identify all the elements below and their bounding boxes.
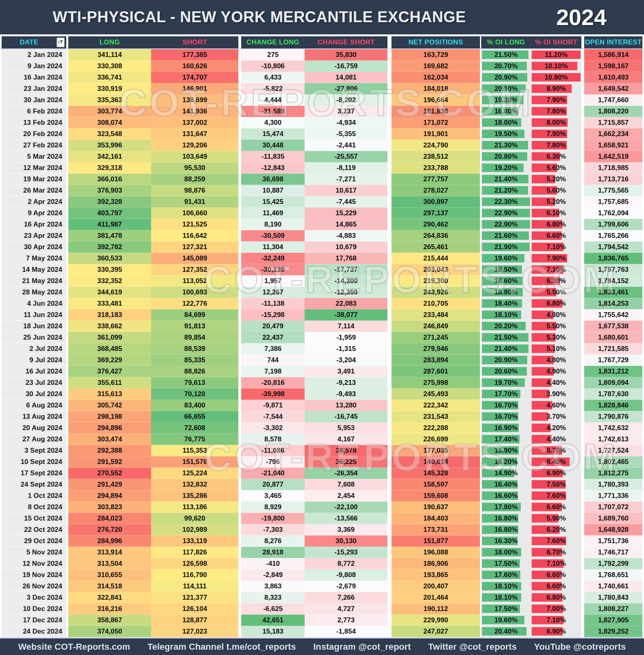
- column-gap: [387, 581, 391, 592]
- column-gap: [387, 569, 391, 581]
- cell-long: 332,352: [68, 275, 151, 287]
- cell-change-long: 15,474: [241, 128, 305, 140]
- column-gap: [238, 49, 241, 61]
- cell-date: 15 Oct 2024: [2, 513, 66, 524]
- cell-oi-long: 14.90%: [481, 468, 531, 479]
- cell-net-positions: 271,245: [391, 332, 480, 343]
- cell-short: 127,352: [151, 264, 238, 275]
- cell-net-positions: 196,088: [391, 547, 480, 558]
- cell-oi-long: 21.50%: [481, 49, 531, 61]
- cell-oi-long: 17.40%: [481, 434, 531, 445]
- filter-button[interactable]: [57, 38, 65, 47]
- cell-long: 291,592: [68, 456, 151, 468]
- column-gap: [581, 456, 584, 468]
- cell-date: 13 Feb 2024: [2, 117, 66, 128]
- cell-change-short: -27,806: [305, 83, 387, 94]
- column-gap: [387, 162, 391, 174]
- column-gap: [238, 196, 241, 208]
- cell-oi-short: 5.10%: [531, 343, 581, 355]
- cell-long: 381,478: [68, 230, 151, 241]
- cell-oi-short: 8.40%: [531, 456, 581, 468]
- cell-open-interest: 1,780,393: [584, 479, 642, 490]
- column-gap: [387, 355, 391, 366]
- table-row: 4 Jun 2024333,481122,776-11,13822,083210…: [0, 298, 644, 309]
- cell-oi-short: 5.20%: [531, 196, 581, 208]
- column-gap: [581, 208, 584, 219]
- column-gap: [581, 355, 584, 366]
- column-gap: [238, 400, 241, 411]
- column-gap: [387, 83, 391, 94]
- column-gap: [238, 366, 241, 377]
- cell-oi-short: 6.60%: [531, 581, 581, 592]
- cell-net-positions: 169,682: [391, 61, 480, 72]
- cell-net-positions: 193,865: [391, 569, 480, 581]
- cell-oi-long: 16.80%: [481, 513, 531, 524]
- cell-oi-short: 7.10%: [531, 264, 581, 275]
- footer-instagram[interactable]: Instagram @cot_report: [313, 642, 411, 652]
- cell-long: 303,774: [68, 106, 151, 117]
- cell-date: 17 Dec 2024: [2, 615, 66, 626]
- cell-short: 113,052: [151, 275, 238, 287]
- cell-oi-short: 6.80%: [531, 298, 581, 309]
- table-row: 29 Oct 2024284,996133,1198,27630,130151,…: [0, 535, 644, 547]
- column-gap: [581, 185, 584, 196]
- cell-short: 95,530: [151, 162, 238, 174]
- cell-long: 284,023: [68, 513, 151, 524]
- column-header-change-short: CHANGE SHORT: [305, 36, 387, 48]
- cell-short: 114,111: [151, 581, 238, 592]
- cell-oi-long: 17.80%: [481, 502, 531, 513]
- cell-oi-long: 21.20%: [481, 185, 531, 196]
- column-gap: [581, 535, 584, 547]
- cell-date: 12 Nov 2024: [2, 558, 66, 569]
- column-gap: [387, 626, 391, 637]
- table-row: 30 Jul 2024315,61370,120-39,998-9,493245…: [0, 388, 644, 400]
- cell-change-short: -25,557: [305, 151, 387, 162]
- cell-date: 27 Aug 2024: [2, 434, 66, 445]
- cell-long: 313,504: [68, 558, 151, 569]
- table-row: 13 Feb 2024308,074137,0024,300-4,934171,…: [0, 117, 644, 128]
- footer-website[interactable]: Website COT-Reports.com: [18, 642, 130, 652]
- table-row: 30 Jan 2024335,363138,6994,444-8,202196,…: [0, 94, 644, 106]
- column-gap: [581, 321, 584, 332]
- cell-change-short: -8,202: [305, 94, 387, 106]
- column-gap: [581, 388, 584, 400]
- cell-oi-short: 6.60%: [531, 569, 581, 581]
- footer-twitter[interactable]: Twitter @cot_reports: [428, 642, 517, 652]
- cell-open-interest: 1,658,921: [584, 140, 642, 151]
- cell-short: 122,776: [151, 298, 238, 309]
- footer-youtube[interactable]: YouTube @cotreports: [534, 642, 626, 652]
- column-gap: [387, 490, 391, 502]
- table-row: 14 May 2024330,395127,352-30,138-17,7372…: [0, 264, 644, 275]
- column-gap: [581, 558, 584, 569]
- cell-long: 329,318: [68, 162, 151, 174]
- column-gap: [581, 106, 584, 117]
- cell-change-short: 3,369: [305, 524, 387, 535]
- cell-change-long: 7,198: [241, 366, 305, 377]
- cell-oi-short: 5.60%: [531, 185, 581, 196]
- cell-oi-short: 5.50%: [531, 321, 581, 332]
- cell-short: 125,224: [151, 468, 238, 479]
- column-gap: [581, 479, 584, 490]
- column-header-long: LONG: [68, 36, 151, 48]
- cell-oi-long: 18.10%: [481, 309, 531, 321]
- column-gap: [387, 388, 391, 400]
- cell-oi-long: 21.40%: [481, 343, 531, 355]
- footer-telegram[interactable]: Telegram Channel t.me/cot_reports: [147, 642, 296, 652]
- cell-change-long: 7,386: [241, 343, 305, 355]
- column-gap: [387, 61, 391, 72]
- column-gap: [387, 456, 391, 468]
- cell-net-positions: 222,288: [391, 422, 480, 434]
- cell-net-positions: 186,906: [391, 558, 480, 569]
- cell-oi-long: 20.80%: [481, 151, 531, 162]
- column-gap: [238, 445, 241, 456]
- cell-date: 10 Dec 2024: [2, 603, 66, 615]
- cell-short: 128,877: [151, 615, 238, 626]
- cell-change-long: 22,437: [241, 332, 305, 343]
- cell-open-interest: 1,662,234: [584, 128, 642, 140]
- column-gap: [238, 490, 241, 502]
- cell-change-long: -12,843: [241, 162, 305, 174]
- cell-open-interest: 1,836,765: [584, 253, 642, 264]
- cell-oi-long: 16.90%: [481, 422, 531, 434]
- cell-short: 115,353: [151, 445, 238, 456]
- cell-oi-long: 20.60%: [481, 366, 531, 377]
